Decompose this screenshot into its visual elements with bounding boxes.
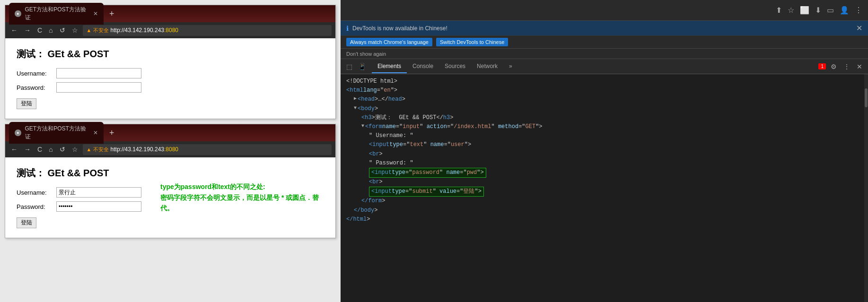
devtools-content-wrapper: <!DOCTYPE html> <html lang="en"> ▶ <head… [341,74,868,302]
reload-btn-2[interactable]: C [35,145,44,154]
tab-network[interactable]: Network [471,60,503,73]
settings-icon[interactable]: ⚙ [829,62,839,71]
code-br-2: <br> [369,178,859,187]
forward-btn-2[interactable]: → [22,145,33,154]
tab-sources[interactable]: Sources [439,60,471,73]
code-input-submit[interactable]: <input type="submit" value="登陆"> [369,187,484,197]
devtools-more-icon[interactable]: ⋮ [842,62,852,71]
star-btn-2[interactable]: ☆ [70,145,80,154]
info-icon: ℹ [346,25,349,32]
code-input-pwd[interactable]: <input type="password" name="pwd"> [369,168,486,178]
annotation-line-1: type为password和text的不同之处: [160,181,324,192]
share-icon[interactable]: ⬆ [776,6,782,15]
titlebar-1: ● GET方法和POST方法验证 ✕ + [5,5,335,22]
inspect-icon[interactable]: ⬚ [344,62,354,71]
back-btn-1[interactable]: ← [9,26,19,35]
new-tab-btn-2[interactable]: + [105,127,118,139]
page-content-1: 测试： GEt && POST Username: Password: 登陆 [5,38,335,119]
tab-favicon-2: ● [15,129,21,136]
code-html-close: </html> [346,215,859,224]
forward-btn-1[interactable]: → [22,26,33,35]
error-badge: 1 [818,63,826,69]
browser-tab-2[interactable]: ● GET方法和POST方法验证 ✕ [9,122,104,144]
address-host-1: http://43.142.190.243:8080 [111,27,178,34]
titlebar-2: ● GET方法和POST方法验证 ✕ + [5,124,335,141]
password-input-1[interactable] [56,82,141,93]
devtools-tools: ⬚ 📱 [344,62,368,71]
scrollbar-thumb[interactable] [865,88,868,107]
tab-more[interactable]: » [503,60,518,73]
code-br-1: <br> [369,150,859,159]
address-bar-2[interactable]: ▲ 不安全 http://43.142.190.243:8080 [83,144,332,155]
home-btn-2[interactable]: ⌂ [47,145,54,154]
address-host-2: http://43.142.190.243:8080 [111,146,178,153]
scrollbar[interactable] [864,74,868,302]
language-bar: Always match Chrome's language Switch De… [341,36,868,49]
notification-close-icon[interactable]: ✕ [856,24,862,33]
switch-chinese-btn[interactable]: Switch DevTools to Chinese [436,38,508,46]
home-btn-1[interactable]: ⌂ [47,26,54,35]
device-icon[interactable]: 📱 [356,62,368,71]
download-icon[interactable]: ⬇ [815,6,821,15]
reload-btn-1[interactable]: C [35,26,44,35]
code-body-open: ▼ <body> [354,104,859,113]
page-content-2: 测试： GEt && POST Username: Password: 登陆 t… [5,157,335,238]
password-row-1: Password: [17,82,324,93]
browser-window-2: ● GET方法和POST方法验证 ✕ + ← → C ⌂ ↺ ☆ ▲ 不安全 h… [5,124,336,238]
password-label-1: Password: [17,84,54,91]
profile-icon[interactable]: 👤 [840,6,849,15]
screenshot-icon[interactable]: ⬜ [800,6,809,15]
history-btn-2[interactable]: ↺ [58,145,67,154]
new-tab-btn-1[interactable]: + [105,8,118,20]
left-panel: ● GET方法和POST方法验证 ✕ + ← → C ⌂ ↺ ☆ ▲ 不安全 h… [0,0,341,302]
tab-title-1: GET方法和POST方法验证 [25,6,89,22]
submit-btn-2[interactable]: 登陆 [17,217,36,228]
code-doctype: <!DOCTYPE html> [346,77,859,86]
tab-title-2: GET方法和POST方法验证 [25,125,89,141]
password-input-2[interactable] [56,201,141,212]
history-btn-1[interactable]: ↺ [58,26,67,35]
address-bar-1[interactable]: ▲ 不安全 http://43.142.190.243:8080 [83,25,332,36]
extension-icon[interactable]: ▭ [827,6,834,15]
annotation-section: type为password和text的不同之处: 密码字段字符不会明文显示，而是… [151,167,324,228]
code-username-text: " Username: " [369,131,859,140]
page-title-2: 测试： GEt && POST [17,167,141,180]
form-section-2: 测试： GEt && POST Username: Password: 登陆 [17,167,141,228]
submit-btn-1[interactable]: 登陆 [17,98,36,109]
password-row-2: Password: [17,201,141,212]
devtools-elements-content: <!DOCTYPE html> <html lang="en"> ▶ <head… [341,74,864,302]
devtools-tab-right: 1 ⚙ ⋮ ✕ [818,62,864,71]
devtools-close-icon[interactable]: ✕ [855,62,864,71]
browser-tab-1[interactable]: ● GET方法和POST方法验证 ✕ [9,3,104,25]
annotation-text: type为password和text的不同之处: 密码字段字符不会明文显示，而是… [160,181,324,213]
menu-icon[interactable]: ⋮ [855,6,862,15]
tab-close-1[interactable]: ✕ [93,10,98,17]
notification-text: DevTools is now available in Chinese! [352,25,447,32]
address-warning-1: ▲ 不安全 [87,27,109,34]
code-input-submit-wrapper: <input type="submit" value="登陆"> [346,187,859,197]
code-html: <html lang="en"> [346,86,859,95]
code-form-open: ▼ <form name="input" action="/index.html… [361,122,859,131]
star-header-icon[interactable]: ☆ [788,6,794,15]
tab-elements[interactable]: Elements [372,60,407,73]
page-title-1: 测试： GEt && POST [17,48,324,60]
star-btn-1[interactable]: ☆ [70,26,80,35]
tab-favicon-1: ● [15,10,21,17]
username-row-1: Username: [17,68,324,78]
username-row-2: Username: [17,187,141,198]
devtools-tabs: ⬚ 📱 Elements Console Sources Network » 1… [341,59,868,74]
toolbar-2: ← → C ⌂ ↺ ☆ ▲ 不安全 http://43.142.190.243:… [5,141,335,157]
back-btn-2[interactable]: ← [9,145,19,154]
tab-close-2[interactable]: ✕ [93,129,98,136]
username-input-2[interactable] [56,187,141,198]
code-h3: <h3>测试： GEt && POST</h3> [361,113,859,122]
dont-show-btn[interactable]: Don't show again [346,50,386,58]
code-form-close: </form> [361,197,859,206]
tab-console[interactable]: Console [407,60,439,73]
toolbar-1: ← → C ⌂ ↺ ☆ ▲ 不安全 http://43.142.190.243:… [5,22,335,38]
always-match-btn[interactable]: Always match Chrome's language [346,38,432,46]
password-label-2: Password: [17,203,54,210]
username-input-1[interactable] [56,68,141,78]
code-input-user: <input type="text" name="user"> [369,140,859,149]
username-label-2: Username: [17,189,54,196]
